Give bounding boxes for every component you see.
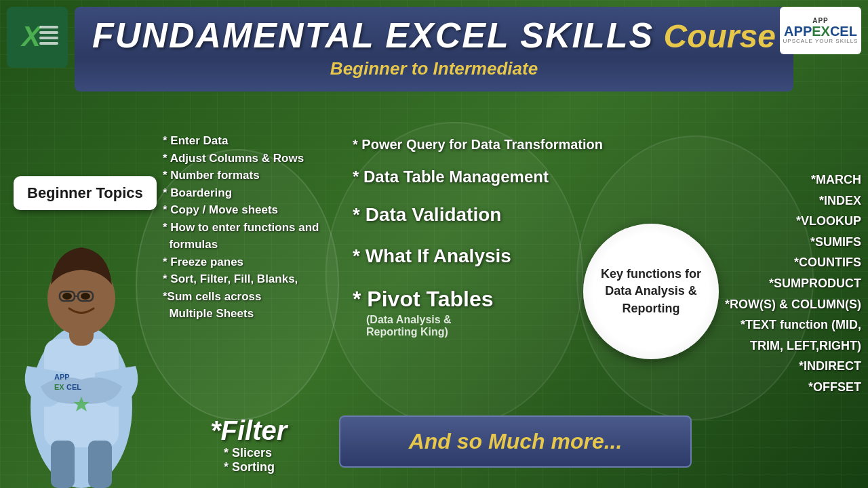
- more-button-label: And so Much more...: [409, 429, 623, 453]
- svg-rect-5: [39, 42, 58, 45]
- appexcel-logo: APP APPEXCEL UPSCALE YOUR SKILLS: [780, 7, 861, 54]
- svg-rect-20: [88, 441, 112, 488]
- header-banner: FUNDAMENTAL EXCEL SKILLS Course Beginner…: [75, 7, 793, 92]
- svg-rect-4: [39, 37, 58, 39]
- beginner-topics-list: * Enter Data * Adjust Columns & Rows * N…: [163, 132, 319, 323]
- list-item: *MARCH: [725, 169, 861, 190]
- list-item: *Sum cells across: [163, 288, 319, 306]
- filter-main-label: *Filter: [210, 415, 287, 446]
- list-item: * Power Query for Data Transformation: [353, 132, 603, 157]
- list-item: * Data Table Management: [353, 162, 603, 191]
- list-item: * How to enter functions and: [163, 219, 319, 237]
- list-item: * Adjust Columns & Rows: [163, 150, 319, 167]
- list-item: *INDIRECT: [725, 356, 861, 377]
- header-title-main: FUNDAMENTAL EXCEL SKILLS: [92, 16, 654, 55]
- list-item: * Enter Data: [163, 132, 319, 150]
- filter-sorting: * Sorting: [224, 460, 287, 474]
- beginner-topics-label: Beginner Topics: [27, 184, 143, 201]
- svg-rect-3: [39, 31, 58, 34]
- bottom-filter-section: *Filter * Slicers * Sorting: [210, 415, 287, 474]
- excel-logo: X: [7, 7, 68, 68]
- list-item: *VLOOKUP: [725, 211, 861, 232]
- appexcel-sub-text: UPSCALE YOUR SKILLS: [783, 38, 859, 44]
- list-item: *COUNTIFS: [725, 252, 861, 273]
- right-functions-list: *MARCH *INDEX *VLOOKUP *SUMIFS *COUNTIFS…: [725, 169, 861, 398]
- more-button[interactable]: And so Much more...: [339, 415, 692, 468]
- list-item: *TEXT function (MID,: [725, 314, 861, 336]
- list-item: *SUMPRODUCT: [725, 273, 861, 294]
- list-item: TRIM, LEFT,RIGHT): [725, 336, 861, 357]
- svg-rect-2: [39, 26, 58, 28]
- key-functions-line1: Key functions for: [601, 267, 701, 281]
- svg-point-14: [81, 293, 90, 300]
- list-item: Multiple Sheets: [163, 305, 319, 323]
- middle-topics-list: * Power Query for Data Transformation * …: [353, 132, 603, 338]
- key-functions-circle: Key functions for Data Analysis & Report…: [583, 224, 719, 359]
- header-subtitle: Beginner to Intermediate: [88, 58, 780, 79]
- list-item: * Number formats: [163, 167, 319, 184]
- svg-text:EX: EX: [54, 383, 64, 391]
- list-item: * Data Validation: [353, 198, 603, 232]
- list-item: * Copy / Move sheets: [163, 201, 319, 219]
- header-title-course: Course: [664, 18, 776, 54]
- list-item: formulas: [163, 236, 319, 253]
- list-item: * Boardering: [163, 184, 319, 202]
- svg-text:CEL: CEL: [66, 383, 81, 391]
- list-item: *OFFSET: [725, 377, 861, 398]
- list-item: *SUMIFS: [725, 232, 861, 253]
- filter-slicers: * Slicers: [224, 446, 287, 460]
- key-functions-line3: Reporting: [622, 302, 679, 315]
- list-item: *INDEX: [725, 190, 861, 211]
- person-figure: APP EX CEL: [7, 203, 156, 488]
- svg-point-13: [62, 293, 72, 300]
- list-item: *ROW(S) & COLUMN(S): [725, 294, 861, 315]
- key-functions-text: Key functions for Data Analysis & Report…: [594, 259, 708, 324]
- key-functions-line2: Data Analysis &: [605, 284, 696, 298]
- list-item: * What If Analysis: [353, 239, 603, 273]
- svg-rect-19: [51, 441, 75, 488]
- list-item: * Freeze panes: [163, 253, 319, 271]
- svg-text:X: X: [20, 20, 43, 52]
- appexcel-main-text: APPEXCEL: [784, 24, 857, 38]
- list-item: * Sort, Filter, Fill, Blanks,: [163, 270, 319, 288]
- svg-text:APP: APP: [54, 373, 70, 381]
